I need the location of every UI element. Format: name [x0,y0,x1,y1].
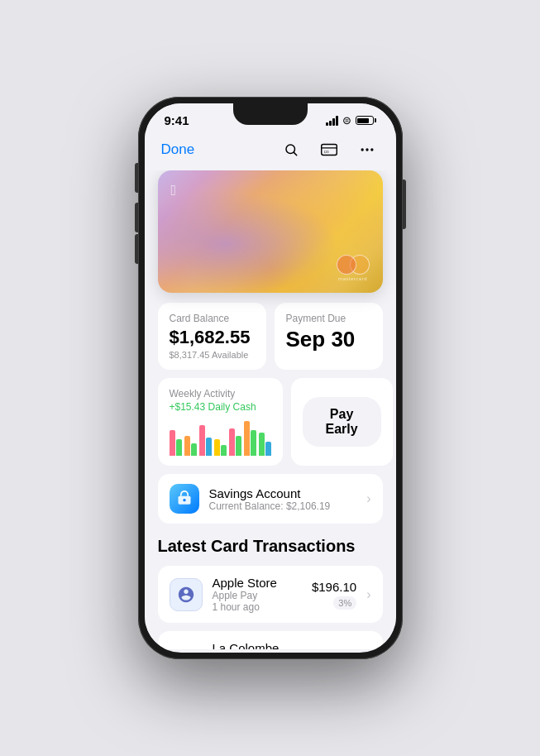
tx-apple-store-name: Apple Store [213,576,302,590]
svg-point-7 [370,148,373,151]
pay-early-button[interactable]: Pay Early [303,397,381,447]
payment-label: Payment Due [286,313,371,324]
more-button[interactable] [355,137,380,162]
phone-frame: 9:41 ⊜ Done [138,97,403,659]
activity-bars [170,419,271,456]
card-apple-logo:  [171,182,177,199]
tx-apple-store-info: Apple Store Apple Pay 1 hour ago [213,576,302,613]
search-button[interactable] [279,137,303,162]
done-button[interactable]: Done [161,141,195,158]
status-icons: ⊜ [326,114,376,127]
bottom-row: Weekly Activity +$15.43 Daily Cash Pay E… [145,378,396,474]
battery-icon [356,116,376,125]
tx-apple-store-amount: $196.10 [312,580,356,594]
bar-pink [184,436,190,456]
bar-group [259,433,271,457]
scroll-content[interactable]:  mastercard Card Balance $1,682.55 $8,3 [145,170,396,649]
payment-panel[interactable]: Payment Due Sep 30 [275,303,383,370]
info-panels-row: Card Balance $1,682.55 $8,317.45 Availab… [145,303,396,378]
savings-info: Savings Account Current Balance: $2,106.… [209,486,357,512]
transactions-title: Latest Card Transactions [158,537,383,556]
bar-pink [170,430,175,456]
card-wrapper:  mastercard [145,170,396,303]
tx-apple-store-right: $196.10 3% [312,580,356,610]
bar-green [251,430,256,456]
payment-date: Sep 30 [286,328,371,352]
bar-pink [259,433,265,457]
bar-pink [214,439,220,456]
notch [233,103,308,125]
savings-row[interactable]: Savings Account Current Balance: $2,106.… [158,474,383,524]
status-bar: 9:41 ⊜ [145,103,396,131]
svg-point-5 [361,148,363,151]
bar-group [244,421,256,456]
bar-green [236,436,241,456]
savings-title: Savings Account [209,486,357,500]
bar-pink [229,428,235,456]
bar-green [176,439,182,456]
bar-group [214,439,227,456]
tx-apple-store-time: 1 hour ago [213,601,302,613]
balance-label: Card Balance [170,313,255,324]
apple-card[interactable]:  mastercard [158,170,383,293]
balance-available: $8,317.45 Available [170,350,255,360]
nav-bar: Done 123 [145,131,396,170]
activity-label: Weekly Activity [170,388,271,400]
transaction-apple-store[interactable]: Apple Store Apple Pay 1 hour ago $196.10… [158,566,383,623]
balance-amount: $1,682.55 [170,328,255,347]
tx-apple-store-method: Apple Pay [213,590,302,601]
bar-group [199,425,212,456]
svg-text:123: 123 [323,151,328,154]
phone-screen: 9:41 ⊜ Done [145,103,396,653]
bar-green [206,438,212,456]
svg-point-9 [183,499,185,501]
tx-apple-store-cashback: 3% [333,596,356,610]
bar-green [265,442,271,457]
bar-pink [199,425,205,456]
mastercard-logo: mastercard [337,255,370,281]
transaction-la-colombe[interactable]: La Colombe Coffee Apple Pay 2 hours ago … [158,631,383,649]
wifi-icon: ⊜ [342,114,351,127]
bar-green [191,443,197,456]
balance-panel[interactable]: Card Balance $1,682.55 $8,317.45 Availab… [158,303,266,370]
nav-icons: 123 [279,137,380,162]
bar-green [221,445,227,456]
svg-line-1 [294,152,296,155]
tx-la-colombe-name: La Colombe Coffee [213,641,316,649]
signal-icon [326,116,338,126]
pay-early-panel: Pay Early [291,378,393,466]
activity-panel[interactable]: Weekly Activity +$15.43 Daily Cash [158,378,283,466]
activity-cash: +$15.43 Daily Cash [170,401,271,413]
bar-group [170,430,182,456]
tx-apple-store-chevron: › [366,587,370,602]
svg-point-6 [366,148,368,151]
bar-pink [244,421,250,456]
bar-group [229,428,241,456]
savings-balance: Current Balance: $2,106.19 [209,500,357,512]
savings-icon [170,484,199,514]
tx-apple-store-icon [170,578,203,611]
tx-la-colombe-info: La Colombe Coffee Apple Pay 2 hours ago [213,641,316,649]
status-time: 9:41 [165,113,189,127]
transactions-section: Latest Card Transactions Apple Store App… [145,537,396,649]
bar-group [184,436,197,456]
savings-chevron: › [366,491,370,506]
card-button[interactable]: 123 [317,137,342,162]
